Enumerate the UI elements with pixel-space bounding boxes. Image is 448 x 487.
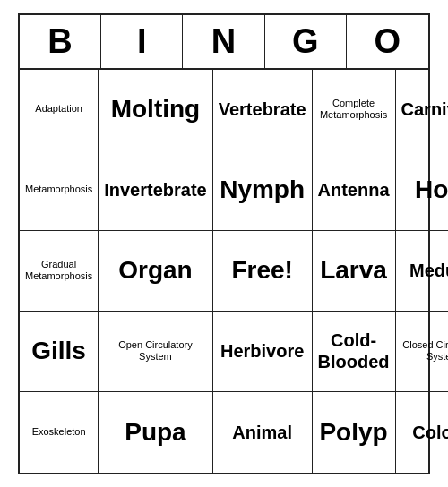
cell-text: Free! xyxy=(231,255,292,286)
cell-text: Cold-Blooded xyxy=(318,329,390,372)
bingo-card: BINGO AdaptationMoltingVertebrateComplet… xyxy=(18,13,430,474)
cell-text: Medusa xyxy=(409,260,448,281)
bingo-cell: Exoskeleton xyxy=(20,392,99,473)
cell-text: Polyp xyxy=(319,417,387,448)
cell-text: Molting xyxy=(111,94,201,124)
cell-text: Organ xyxy=(118,255,192,286)
header-letter: B xyxy=(20,15,101,68)
bingo-cell: Antenna xyxy=(313,150,396,231)
cell-text: Gradual Metamorphosis xyxy=(25,259,92,282)
bingo-cell: Free! xyxy=(213,231,313,312)
header-letter: G xyxy=(265,15,347,68)
cell-text: Herbivore xyxy=(220,340,304,362)
bingo-cell: Medusa xyxy=(396,231,448,312)
bingo-cell: Open Circulatory System xyxy=(99,312,213,392)
bingo-cell: Carnivore xyxy=(396,70,448,150)
bingo-cell: Invertebrate xyxy=(99,150,213,231)
cell-text: Carnivore xyxy=(401,98,448,120)
cell-text: Gills xyxy=(31,336,86,366)
bingo-cell: Gradual Metamorphosis xyxy=(20,231,99,312)
cell-text: Vertebrate xyxy=(219,98,306,120)
header-letter: N xyxy=(183,15,264,68)
cell-text: Metamorphosis xyxy=(25,184,92,195)
bingo-cell: Organ xyxy=(99,231,213,312)
bingo-cell: Larva xyxy=(313,231,396,312)
cell-text: Animal xyxy=(232,422,292,443)
bingo-cell: Gills xyxy=(20,312,99,392)
cell-text: Larva xyxy=(320,255,387,286)
bingo-grid: AdaptationMoltingVertebrateComplete Meta… xyxy=(20,70,428,473)
cell-text: Colony xyxy=(412,422,448,443)
cell-text: Open Circulatory System xyxy=(104,339,207,363)
cell-text: Closed Circulatory System xyxy=(401,339,448,363)
cell-text: Complete Metamorphosis xyxy=(318,98,390,121)
bingo-cell: Herbivore xyxy=(213,312,313,392)
bingo-cell: Colony xyxy=(396,392,448,473)
bingo-cell: Molting xyxy=(99,70,213,150)
bingo-cell: Closed Circulatory System xyxy=(396,312,448,392)
bingo-cell: Nymph xyxy=(213,150,313,231)
bingo-cell: Complete Metamorphosis xyxy=(313,70,396,150)
bingo-cell: Cold-Blooded xyxy=(313,312,396,392)
bingo-cell: Animal xyxy=(213,392,313,473)
bingo-cell: Polyp xyxy=(313,392,396,473)
bingo-cell: Metamorphosis xyxy=(20,150,99,231)
cell-text: Invertebrate xyxy=(104,179,207,201)
header-letter: I xyxy=(101,15,183,68)
cell-text: Host xyxy=(415,175,448,205)
bingo-cell: Adaptation xyxy=(20,70,99,150)
cell-text: Nymph xyxy=(220,175,305,205)
bingo-header: BINGO xyxy=(20,15,428,70)
bingo-cell: Vertebrate xyxy=(213,70,313,150)
cell-text: Antenna xyxy=(318,179,390,201)
bingo-cell: Pupa xyxy=(99,392,213,473)
cell-text: Adaptation xyxy=(35,103,82,115)
cell-text: Exoskeleton xyxy=(32,426,86,438)
cell-text: Pupa xyxy=(125,417,185,448)
bingo-cell: Host xyxy=(396,150,448,231)
header-letter: O xyxy=(347,15,428,68)
